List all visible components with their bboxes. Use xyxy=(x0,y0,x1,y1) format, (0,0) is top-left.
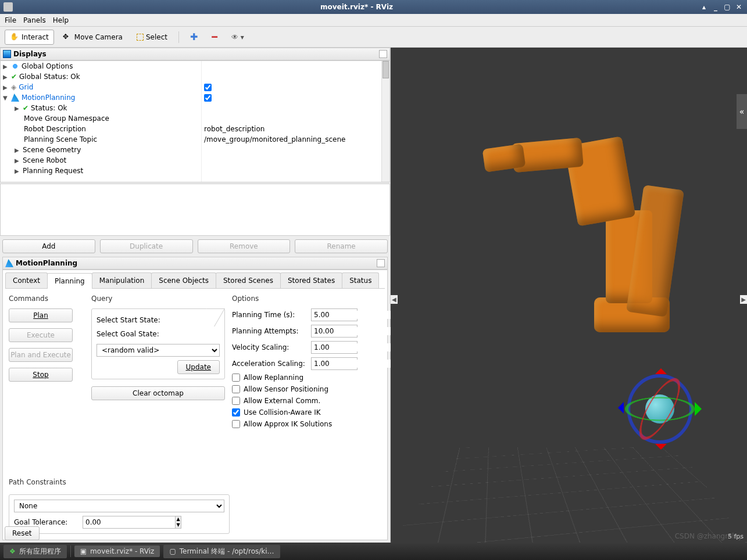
clear-octomap-button[interactable]: Clear octomap xyxy=(91,386,225,400)
start-state-label: Select Start State: xyxy=(96,316,220,324)
tree-grid[interactable]: Grid xyxy=(19,83,33,91)
taskbar: ❖ 所有应用程序 ▣ moveit.rviz* - RViz ▢ Termina… xyxy=(0,543,747,560)
allow-approx-ik-checkbox[interactable] xyxy=(232,420,240,428)
displays-panel-header: Displays xyxy=(0,48,390,60)
stop-button[interactable]: Stop xyxy=(9,368,73,382)
tree-global-status[interactable]: Global Status: Ok xyxy=(19,73,80,81)
tree-move-group-ns[interactable]: Move Group Namespace xyxy=(24,114,109,123)
window-titlebar: moveit.rviz* - RViz ▴ _ ▢ ✕ xyxy=(0,0,747,14)
taskbar-terminal[interactable]: ▢ Terminal 终端 - /opt/ros/ki… xyxy=(163,545,280,558)
tab-planning[interactable]: Planning xyxy=(47,273,92,289)
plus-icon: ✚ xyxy=(190,31,198,42)
window-title: moveit.rviz* - RViz xyxy=(16,3,697,11)
displays-tree[interactable]: ▶Global Options ▶✔Global Status: Ok ▶◈Gr… xyxy=(0,60,390,182)
grid-icon: ◈ xyxy=(11,83,16,91)
robot-description-value[interactable]: robot_description xyxy=(204,125,265,133)
robot-render xyxy=(391,48,747,543)
tree-robot-description[interactable]: Robot Description xyxy=(24,125,86,133)
terminal-icon: ▢ xyxy=(169,547,176,555)
planning-scene-value[interactable]: /move_group/monitored_planning_scene xyxy=(204,135,345,143)
menu-help[interactable]: Help xyxy=(53,16,69,24)
allow-replanning-checkbox[interactable] xyxy=(232,374,240,382)
apps-icon: ❖ xyxy=(9,547,16,555)
tab-manipulation[interactable]: Manipulation xyxy=(92,272,152,288)
hand-icon: ✋ xyxy=(10,33,19,42)
options-title: Options xyxy=(232,295,358,303)
tool-interact[interactable]: ✋ Interact xyxy=(5,30,54,45)
plan-button[interactable]: Plan xyxy=(9,308,73,322)
update-button[interactable]: Update xyxy=(177,360,220,374)
panel-undock-button[interactable] xyxy=(379,50,387,58)
motionplanning-panel-header: MotionPlanning xyxy=(2,257,388,270)
motion-planning-icon xyxy=(5,259,13,267)
tab-status[interactable]: Status xyxy=(342,272,379,288)
menu-bar: File Panels Help xyxy=(0,14,747,27)
tree-motion-planning[interactable]: MotionPlanning xyxy=(22,94,75,102)
tool-focus-remove[interactable]: ━ xyxy=(206,28,223,45)
select-icon xyxy=(137,34,144,41)
reset-button[interactable]: Reset xyxy=(5,526,40,540)
path-constraints-select[interactable]: None xyxy=(14,500,224,512)
taskbar-rviz[interactable]: ▣ moveit.rviz* - RViz xyxy=(74,545,160,557)
tree-scrollbar[interactable] xyxy=(381,61,389,182)
check-icon: ✔ xyxy=(23,104,28,112)
tool-focus-add[interactable]: ✚ xyxy=(185,28,203,45)
accel-scaling-spinbox[interactable]: ▲▼ xyxy=(311,357,358,370)
commands-title: Commands xyxy=(9,295,84,303)
app-icon xyxy=(3,2,13,12)
add-button[interactable]: Add xyxy=(2,239,95,253)
window-minimize-button[interactable]: _ xyxy=(711,2,720,12)
allow-external-comm-checkbox[interactable] xyxy=(232,397,240,405)
tab-context[interactable]: Context xyxy=(5,272,48,288)
gear-icon xyxy=(11,62,19,70)
planning-time-spinbox[interactable]: ▲▼ xyxy=(311,308,358,321)
query-box: Select Start State: Select Goal State: <… xyxy=(91,308,225,379)
query-title: Query xyxy=(91,295,225,303)
interactive-marker-gizmo[interactable] xyxy=(619,368,700,450)
tab-stored-scenes[interactable]: Stored Scenes xyxy=(216,272,281,288)
rviz-icon: ▣ xyxy=(80,547,87,555)
tab-scene-objects[interactable]: Scene Objects xyxy=(151,272,216,288)
panel-undock-button[interactable] xyxy=(377,259,385,267)
display-description xyxy=(0,184,390,236)
3d-viewport[interactable]: ◀ ▶ « 5 fps xyxy=(391,48,747,543)
plan-and-execute-button: Plan and Execute xyxy=(9,348,73,362)
goal-state-select[interactable]: <random valid> xyxy=(96,344,220,357)
check-icon: ✔ xyxy=(11,73,17,81)
window-close-button[interactable]: ✕ xyxy=(734,2,744,12)
tool-move-camera[interactable]: ✥ Move Camera xyxy=(58,30,128,45)
velocity-scaling-spinbox[interactable]: ▲▼ xyxy=(311,341,358,354)
separator xyxy=(178,31,179,43)
window-maximize-button[interactable]: ▢ xyxy=(723,2,732,12)
tree-planning-scene-topic[interactable]: Planning Scene Topic xyxy=(24,135,97,143)
window-shade-button[interactable]: ▴ xyxy=(699,2,709,12)
goal-state-label: Select Goal State: xyxy=(96,330,220,338)
use-collision-ik-checkbox[interactable] xyxy=(232,408,240,417)
goal-tolerance-spinbox[interactable]: ▲▼ xyxy=(83,516,181,529)
menu-panels[interactable]: Panels xyxy=(23,16,46,24)
path-constraints-title: Path Constraints xyxy=(9,478,84,486)
move-icon: ✥ xyxy=(63,33,72,42)
planning-attempts-spinbox[interactable]: ▲▼ xyxy=(311,325,358,338)
taskbar-all-apps[interactable]: ❖ 所有应用程序 xyxy=(3,545,67,558)
tab-stored-states[interactable]: Stored States xyxy=(280,272,342,288)
tool-select[interactable]: Select xyxy=(131,30,173,44)
goal-tolerance-label: Goal Tolerance: xyxy=(14,518,78,526)
grid-checkbox[interactable] xyxy=(204,84,212,91)
motion-planning-icon xyxy=(11,94,19,102)
allow-sensor-pos-checkbox[interactable] xyxy=(232,385,240,393)
tree-planning-request[interactable]: Planning Request xyxy=(23,167,83,175)
tree-status-ok[interactable]: Status: Ok xyxy=(31,104,67,112)
tree-scene-robot[interactable]: Scene Robot xyxy=(23,156,66,164)
duplicate-button: Duplicate xyxy=(100,239,193,253)
displays-icon xyxy=(3,50,11,58)
remove-button: Remove xyxy=(198,239,291,253)
tree-global-options[interactable]: Global Options xyxy=(22,62,73,70)
menu-file[interactable]: File xyxy=(5,16,16,24)
execute-button: Execute xyxy=(9,328,73,342)
tree-scene-geometry[interactable]: Scene Geometry xyxy=(23,146,81,154)
eye-icon: 👁 ▾ xyxy=(231,33,244,41)
minus-icon: ━ xyxy=(212,31,217,42)
motion-planning-checkbox[interactable] xyxy=(204,94,212,102)
tool-visibility[interactable]: 👁 ▾ xyxy=(226,30,249,44)
